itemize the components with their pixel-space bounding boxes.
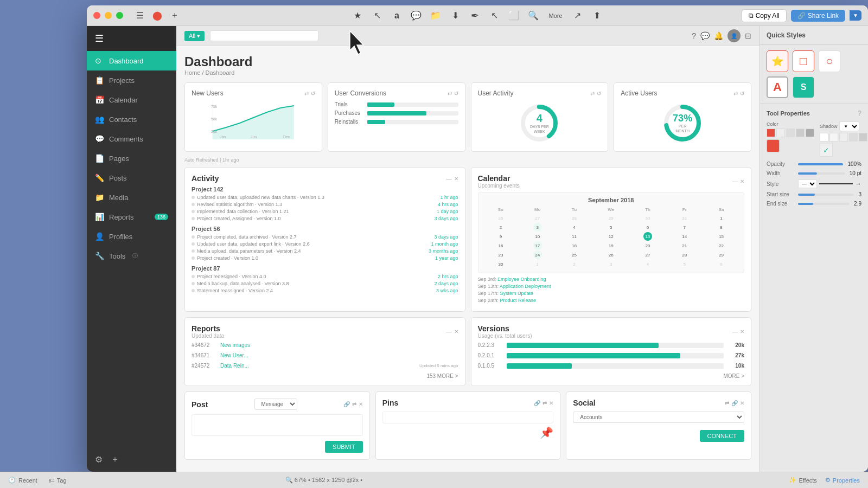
report-link-3[interactable]: Data Rein... xyxy=(220,363,415,369)
lasso-tool-icon[interactable]: ↖ xyxy=(369,8,385,23)
tool-props-help-icon[interactable]: ? xyxy=(858,110,861,117)
cal-day[interactable]: 6 xyxy=(643,223,652,232)
sidebar-item-contacts[interactable]: 👥 Contacts xyxy=(87,110,176,129)
cal-day[interactable]: 19 xyxy=(607,241,615,250)
pins-input[interactable] xyxy=(382,412,554,423)
pins-close-icon[interactable]: ✕ xyxy=(549,400,553,406)
sidebar-item-pages[interactable]: 📄 Pages xyxy=(87,149,176,168)
sidebar-item-calendar[interactable]: 📅 Calendar xyxy=(87,90,176,110)
copy-all-button[interactable]: ⧉ Copy All xyxy=(742,9,787,22)
color-lighter[interactable] xyxy=(786,129,795,137)
cal-day[interactable]: 27 xyxy=(533,214,542,222)
conv-share-icon[interactable]: ⇄ xyxy=(448,91,452,97)
social-link-icon[interactable]: 🔗 xyxy=(731,400,738,406)
quick-style-circle[interactable]: ○ xyxy=(819,50,840,72)
report-link-2[interactable]: New User... xyxy=(220,352,454,358)
pen-tool-icon[interactable]: ✒ xyxy=(467,8,482,23)
color-red[interactable] xyxy=(767,129,775,137)
cal-day[interactable]: 16 xyxy=(496,241,505,250)
reports-close-icon[interactable]: ✕ xyxy=(454,329,458,335)
sidebar-item-projects[interactable]: 📋 Projects xyxy=(87,70,176,90)
cal-day[interactable]: 27 xyxy=(643,251,652,259)
quick-style-text[interactable]: A xyxy=(767,76,788,98)
sidebar-item-media[interactable]: 📁 Media xyxy=(87,188,176,207)
share-link-button[interactable]: 🔗 Share Link xyxy=(791,10,845,22)
maximize-button[interactable] xyxy=(116,12,123,19)
cal-day[interactable]: 28 xyxy=(680,251,689,259)
expand-icon[interactable]: ⊡ xyxy=(745,31,751,40)
active-refresh-icon[interactable]: ↺ xyxy=(740,91,744,97)
cal-day-today[interactable]: 13 xyxy=(643,232,652,241)
select-tool-icon[interactable]: ↖ xyxy=(487,8,502,23)
connect-button[interactable]: CONNECT xyxy=(700,430,744,442)
refresh-action-icon[interactable]: ↺ xyxy=(311,91,315,97)
cal-day[interactable]: 30 xyxy=(496,260,505,268)
cal-day[interactable]: 15 xyxy=(717,232,726,241)
star-tool-icon[interactable]: ★ xyxy=(350,8,365,23)
shadow-color-4[interactable] xyxy=(849,133,858,142)
sidebar-item-comments[interactable]: 💬 Comments xyxy=(87,129,176,149)
cal-day[interactable]: 6 xyxy=(717,260,726,268)
cal-day[interactable]: 25 xyxy=(570,251,578,259)
cal-day[interactable]: 31 xyxy=(680,214,689,222)
comment-tool-icon[interactable]: 💬 xyxy=(409,8,424,23)
shadow-color-2[interactable] xyxy=(829,133,838,142)
versions-minimize-icon[interactable]: — xyxy=(732,329,738,335)
cal-day[interactable]: 4 xyxy=(570,223,578,232)
text-tool-icon[interactable]: a xyxy=(389,8,404,23)
cal-minimize-icon[interactable]: — xyxy=(732,178,738,184)
cal-day[interactable]: 21 xyxy=(680,241,689,250)
share-icon[interactable]: ↗ xyxy=(570,8,585,23)
quick-style-star[interactable]: ⭐ xyxy=(767,50,788,72)
shadow-color-3[interactable] xyxy=(839,133,848,142)
effects-button[interactable]: ✨ Effects xyxy=(789,477,816,484)
activity-share-icon[interactable]: ⇄ xyxy=(590,91,595,97)
cal-day[interactable]: 3 xyxy=(607,260,615,268)
cal-day[interactable]: 12 xyxy=(607,232,615,241)
reports-minimize-icon[interactable]: — xyxy=(446,329,452,335)
cal-day[interactable]: 29 xyxy=(607,214,615,222)
chat-icon[interactable]: 💬 xyxy=(700,31,710,40)
cal-day-event[interactable]: 17 xyxy=(533,241,542,250)
conv-refresh-icon[interactable]: ↺ xyxy=(454,91,458,97)
active-color-swatch[interactable] xyxy=(767,139,780,152)
report-link-1[interactable]: New images xyxy=(220,342,454,348)
color-dark-grey[interactable] xyxy=(806,129,814,137)
stop-icon[interactable]: ⬤ xyxy=(151,10,163,22)
submit-button[interactable]: SUBMIT xyxy=(325,441,363,453)
more-tools-button[interactable]: More xyxy=(545,11,565,20)
folder-tool-icon[interactable]: 📁 xyxy=(428,8,443,23)
cal-day[interactable]: 8 xyxy=(717,223,726,232)
cal-day[interactable]: 2 xyxy=(570,260,578,268)
sidebar-item-tools[interactable]: 🔧 Tools ⓘ xyxy=(87,246,176,266)
add-icon[interactable]: ＋ xyxy=(169,10,181,22)
cal-day[interactable]: 4 xyxy=(643,260,652,268)
cal-day[interactable]: 1 xyxy=(717,214,726,222)
hamburger-icon[interactable]: ☰ xyxy=(95,33,168,44)
cal-day[interactable]: 23 xyxy=(496,251,505,259)
sidebar-item-posts[interactable]: ✏️ Posts xyxy=(87,168,176,188)
post-close-icon[interactable]: ✕ xyxy=(359,401,363,407)
activity-refresh-icon[interactable]: ↺ xyxy=(597,91,601,97)
search-input[interactable] xyxy=(210,30,318,41)
rect-select-icon[interactable]: ⬜ xyxy=(506,8,521,23)
cal-day[interactable]: 29 xyxy=(717,251,726,259)
active-share-icon[interactable]: ⇄ xyxy=(733,91,738,97)
social-close-icon[interactable]: ✕ xyxy=(740,400,744,406)
sidebar-item-reports[interactable]: 📊 Reports 136 xyxy=(87,207,176,227)
cal-day-event[interactable]: 3 xyxy=(533,223,542,232)
quick-style-rect[interactable]: □ xyxy=(793,50,814,72)
upload-tool-icon[interactable]: ⬇ xyxy=(448,8,463,23)
help-icon[interactable]: ? xyxy=(692,31,696,40)
cal-day[interactable]: 9 xyxy=(496,232,505,241)
cal-day-event[interactable]: 24 xyxy=(533,251,542,259)
download-icon[interactable]: ⬆ xyxy=(590,8,605,23)
cal-day[interactable]: 5 xyxy=(680,260,689,268)
cal-day[interactable]: 2 xyxy=(496,223,505,232)
accounts-dropdown[interactable]: Accounts xyxy=(573,412,744,423)
notification-icon[interactable]: 🔔 xyxy=(714,31,723,40)
sidebar-item-profiles[interactable]: 👤 Profiles xyxy=(87,227,176,246)
versions-close-icon[interactable]: ✕ xyxy=(740,329,744,335)
post-textarea[interactable] xyxy=(192,414,363,436)
cal-day[interactable]: 18 xyxy=(570,241,578,250)
